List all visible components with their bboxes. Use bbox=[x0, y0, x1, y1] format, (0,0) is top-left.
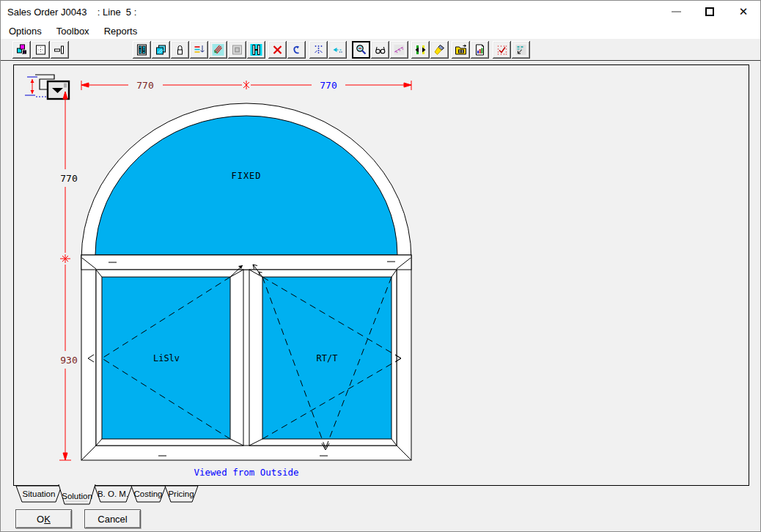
preview-spectacles-icon bbox=[374, 44, 386, 56]
report-chart-button[interactable] bbox=[471, 41, 489, 59]
edit-points-icon bbox=[312, 44, 325, 56]
tab-solution-label: Solution bbox=[62, 492, 92, 500]
window-controls: ✕ bbox=[659, 1, 760, 23]
window-title: Sales Order J0043 : Line 5 : bbox=[1, 7, 136, 18]
maximize-icon bbox=[705, 7, 714, 16]
frame-section-button[interactable] bbox=[51, 41, 69, 59]
menu-reports[interactable]: Reports bbox=[97, 24, 145, 38]
pattern-fill-icon bbox=[231, 44, 243, 56]
tab-costing-label: Costing bbox=[134, 489, 163, 498]
tab-pricing-label: Pricing bbox=[168, 489, 194, 498]
menubar: Options Toolbox Reports bbox=[1, 23, 760, 39]
tab-pricing[interactable]: Pricing bbox=[165, 486, 198, 502]
undo-button[interactable] bbox=[287, 41, 306, 59]
right-sash-label: RT/T bbox=[317, 353, 338, 363]
menu-options[interactable]: Options bbox=[1, 24, 49, 38]
tab-bom[interactable]: B. O. M. bbox=[95, 486, 132, 502]
dimension-left bbox=[59, 92, 71, 460]
arch-pane-label: FIXED bbox=[231, 171, 261, 181]
close-button[interactable]: ✕ bbox=[727, 1, 760, 23]
menu-toolbox[interactable]: Toolbox bbox=[49, 24, 97, 38]
zoom-icon bbox=[355, 44, 367, 56]
pattern-fill-button[interactable] bbox=[228, 41, 246, 59]
minimize-button[interactable] bbox=[659, 1, 693, 23]
tab-strip: Situation B. O. M. Costing Pricing Solut… bbox=[13, 481, 233, 507]
ok-label-key: K bbox=[44, 514, 51, 525]
toolbar-group-edit bbox=[268, 41, 306, 59]
transom-bar bbox=[81, 255, 411, 270]
dim-side-lower-value[interactable]: 930 bbox=[60, 355, 77, 366]
torch-button[interactable] bbox=[430, 41, 449, 59]
arch-pane[interactable] bbox=[81, 103, 411, 259]
glazing-button[interactable] bbox=[152, 41, 170, 59]
ok-button[interactable]: OK bbox=[15, 509, 72, 528]
spec-list-icon bbox=[193, 44, 205, 56]
tab-solution[interactable]: Solution bbox=[59, 484, 95, 504]
toolbar-group-data bbox=[452, 41, 490, 59]
hardware-button[interactable] bbox=[171, 41, 189, 59]
dim-side-upper-value[interactable]: 770 bbox=[60, 173, 77, 184]
toolbar-group-tools bbox=[411, 41, 449, 59]
report-chart-icon bbox=[474, 44, 486, 56]
grid-reference-icon bbox=[34, 44, 47, 56]
dimension-export-button[interactable] bbox=[512, 41, 530, 59]
sketch-button[interactable] bbox=[390, 41, 408, 59]
toolbar-group-points bbox=[309, 41, 348, 59]
measure-button[interactable] bbox=[328, 41, 347, 59]
spec-list-button[interactable] bbox=[190, 41, 208, 59]
hardware-icon bbox=[174, 44, 186, 56]
frame-section-icon bbox=[54, 44, 66, 56]
dim-top-right-value[interactable]: 770 bbox=[320, 80, 337, 91]
window-design-icon bbox=[136, 44, 148, 56]
toolbar-group-design bbox=[133, 41, 266, 59]
bay-insert-button[interactable] bbox=[209, 41, 227, 59]
design-canvas[interactable]: 770 770 770 930 bbox=[13, 64, 749, 486]
mullion-transom-icon bbox=[250, 44, 262, 56]
arch-glass[interactable] bbox=[95, 116, 397, 255]
grid-check-icon bbox=[496, 44, 508, 56]
dim-top-left-value[interactable]: 770 bbox=[136, 80, 153, 91]
left-sash-label: LiSlv bbox=[153, 353, 180, 363]
torch-icon bbox=[433, 44, 446, 56]
dimension-top bbox=[81, 81, 411, 90]
toolbar bbox=[1, 39, 760, 61]
bay-insert-icon bbox=[212, 44, 224, 56]
toolbar-group-view bbox=[352, 41, 409, 59]
zoom-button[interactable] bbox=[352, 41, 370, 59]
toolbar-group-file bbox=[12, 41, 70, 59]
tab-bom-label: B. O. M. bbox=[98, 489, 128, 498]
measure-icon bbox=[331, 44, 344, 56]
cascade-squares-button[interactable] bbox=[12, 41, 31, 59]
swap-arrows-button[interactable] bbox=[411, 41, 430, 59]
dimension-export-icon bbox=[515, 44, 527, 56]
grid-check-button[interactable] bbox=[493, 41, 511, 59]
minimize-icon bbox=[672, 11, 681, 12]
ok-label-pre: O bbox=[37, 514, 44, 525]
mullion-transom-button[interactable] bbox=[247, 41, 265, 59]
tab-costing[interactable]: Costing bbox=[131, 486, 166, 502]
toolbar-group-output bbox=[493, 41, 531, 59]
maximize-button[interactable] bbox=[693, 1, 727, 23]
delete-icon bbox=[271, 44, 284, 56]
folder-table-icon bbox=[455, 44, 467, 56]
viewed-from-outside-note: Viewed from Outside bbox=[194, 467, 299, 478]
window-design-button[interactable] bbox=[133, 41, 151, 59]
tab-situation-label: Situation bbox=[23, 489, 56, 498]
window-drawing: 770 770 770 930 bbox=[14, 65, 749, 485]
swap-arrows-icon bbox=[414, 44, 427, 56]
delete-button[interactable] bbox=[268, 41, 287, 59]
close-icon: ✕ bbox=[739, 7, 749, 18]
cascade-squares-icon bbox=[15, 44, 28, 56]
folder-table-button[interactable] bbox=[452, 41, 470, 59]
glazing-icon bbox=[155, 44, 167, 56]
titlebar: Sales Order J0043 : Line 5 : ✕ bbox=[1, 1, 760, 23]
preview-spectacles-button[interactable] bbox=[371, 41, 389, 59]
tab-situation[interactable]: Situation bbox=[16, 486, 62, 502]
sketch-icon bbox=[393, 44, 405, 56]
grid-reference-button[interactable] bbox=[32, 41, 50, 59]
cancel-button[interactable]: Cancel bbox=[84, 509, 141, 528]
edit-points-button[interactable] bbox=[309, 41, 328, 59]
undo-icon bbox=[290, 44, 303, 56]
